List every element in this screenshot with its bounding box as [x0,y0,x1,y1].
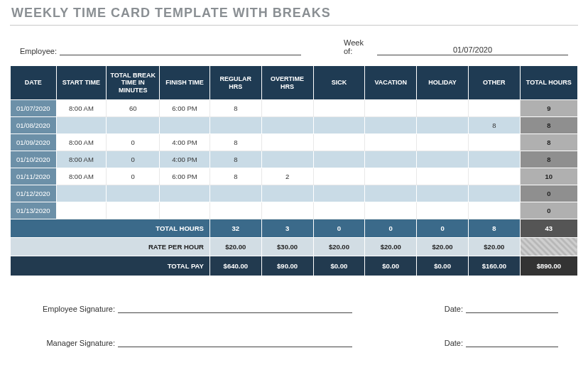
cell-holiday[interactable] [417,168,469,185]
cell-sick[interactable] [313,168,365,185]
cell-vacation[interactable] [365,151,417,168]
cell-start[interactable]: 8:00 AM [56,100,107,117]
cell-holiday[interactable] [417,185,469,202]
cell-other[interactable] [468,202,520,219]
cell-total: 8 [520,117,577,134]
cell-start[interactable] [56,117,107,134]
table-row: 01/08/202088 [11,117,578,134]
manager-signature-label: Manager Signature: [33,339,118,347]
cell-holiday[interactable] [417,100,469,117]
cell-regular[interactable]: 8 [209,151,261,168]
cell-finish[interactable] [160,117,210,134]
cell-break[interactable]: 0 [107,134,160,151]
cell-sick[interactable] [313,202,365,219]
cell-other[interactable] [468,151,520,168]
cell-break[interactable] [107,185,160,202]
employee-signature-row: Employee Signature: Date: [33,303,568,313]
col-holiday: HOLIDAY [417,66,469,100]
cell-break[interactable] [107,117,160,134]
cell-break[interactable] [107,202,160,219]
cell-start[interactable] [56,202,107,219]
cell-holiday[interactable] [417,117,469,134]
cell-vacation[interactable] [365,117,417,134]
meta-row: Employee: Week of: 01/07/2020 [20,38,568,55]
total-pay-label: TOTAL PAY [11,256,210,276]
cell-overtime[interactable] [261,185,313,202]
cell-sick[interactable] [313,151,365,168]
cell-finish[interactable]: 4:00 PM [160,134,210,151]
cell-overtime[interactable]: 2 [261,168,313,185]
cell-finish[interactable]: 6:00 PM [160,100,210,117]
cell-sick[interactable] [313,185,365,202]
rate-blank [520,238,577,256]
cell-holiday[interactable] [417,151,469,168]
cell-break[interactable]: 0 [107,168,160,185]
cell-overtime[interactable] [261,100,313,117]
cell-finish[interactable]: 4:00 PM [160,151,210,168]
rate-other[interactable]: $20.00 [468,238,520,256]
rate-regular[interactable]: $20.00 [209,238,261,256]
cell-vacation[interactable] [365,168,417,185]
cell-holiday[interactable] [417,202,469,219]
total-hours-label: TOTAL HOURS [11,219,210,238]
cell-other[interactable] [468,100,520,117]
cell-start[interactable] [56,185,107,202]
date-cell: 01/09/2020 [11,134,57,151]
col-finish: FINISH TIME [160,66,210,100]
cell-finish[interactable]: 6:00 PM [160,168,210,185]
cell-sick[interactable] [313,134,365,151]
cell-overtime[interactable] [261,134,313,151]
cell-overtime[interactable] [261,202,313,219]
cell-regular[interactable]: 8 [209,100,261,117]
cell-finish[interactable] [160,185,210,202]
sum-sick: 0 [313,219,365,238]
employee-date-field[interactable] [466,303,558,313]
sum-holiday: 0 [417,219,469,238]
cell-regular[interactable]: 8 [209,168,261,185]
cell-start[interactable]: 8:00 AM [56,168,107,185]
employee-signature-label: Employee Signature: [33,305,118,313]
cell-overtime[interactable] [261,117,313,134]
date-cell: 01/11/2020 [11,168,57,185]
cell-finish[interactable] [160,202,210,219]
employee-label: Employee: [20,47,57,55]
weekof-field[interactable]: 01/07/2020 [377,45,568,55]
sum-vacation: 0 [365,219,417,238]
rate-vacation[interactable]: $20.00 [365,238,417,256]
cell-sick[interactable] [313,117,365,134]
col-other: OTHER [468,66,520,100]
cell-vacation[interactable] [365,134,417,151]
cell-regular[interactable]: 8 [209,134,261,151]
rate-holiday[interactable]: $20.00 [417,238,469,256]
cell-other[interactable] [468,168,520,185]
cell-vacation[interactable] [365,202,417,219]
employee-signature-field[interactable] [118,303,352,313]
manager-signature-field[interactable] [118,337,352,347]
rate-overtime[interactable]: $30.00 [261,238,313,256]
cell-sick[interactable] [313,100,365,117]
col-overtime: OVERTIME HRS [261,66,313,100]
cell-vacation[interactable] [365,100,417,117]
cell-start[interactable]: 8:00 AM [56,134,107,151]
timecard-table: DATE START TIME TOTAL BREAK TIME IN MINU… [10,65,578,276]
cell-total: 0 [520,185,577,202]
manager-date-field[interactable] [466,337,558,347]
cell-vacation[interactable] [365,185,417,202]
employee-field[interactable] [60,45,301,55]
cell-regular[interactable] [209,185,261,202]
cell-other[interactable]: 8 [468,117,520,134]
cell-other[interactable] [468,134,520,151]
rate-label: RATE PER HOUR [11,238,210,256]
cell-overtime[interactable] [261,151,313,168]
pay-regular: $640.00 [209,256,261,276]
cell-regular[interactable] [209,202,261,219]
weekof-label: Week of: [344,38,374,55]
cell-holiday[interactable] [417,134,469,151]
cell-regular[interactable] [209,117,261,134]
cell-other[interactable] [468,185,520,202]
cell-break[interactable]: 60 [107,100,160,117]
cell-break[interactable]: 0 [107,151,160,168]
rate-sick[interactable]: $20.00 [313,238,365,256]
manager-signature-row: Manager Signature: Date: [33,337,568,347]
cell-start[interactable]: 8:00 AM [56,151,107,168]
